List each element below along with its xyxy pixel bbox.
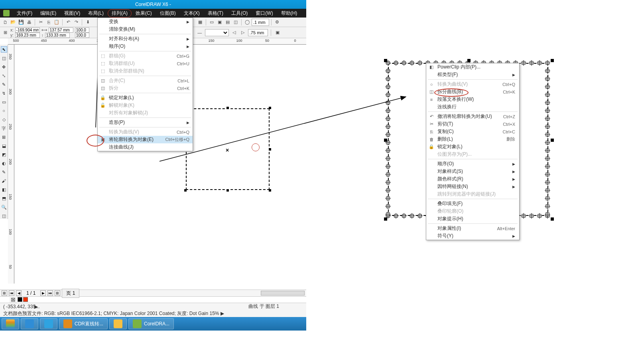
line-style-select[interactable] (205, 29, 229, 36)
node-marker-icon[interactable] (545, 60, 550, 66)
handle-br[interactable] (269, 189, 271, 192)
task-doc1[interactable]: CDR直线转... (59, 318, 108, 329)
node-marker-icon[interactable] (417, 213, 423, 219)
cut-icon[interactable]: ✂ (37, 19, 44, 26)
selection-handle[interactable] (551, 59, 554, 62)
menu-bitmap[interactable]: 位图(B) (156, 9, 180, 18)
node-marker-icon[interactable] (385, 116, 391, 121)
context-item[interactable]: ↶撤消将轮廓转换为对象(U)Ctrl+Z (426, 113, 519, 120)
arrange-item[interactable]: 顺序(O)▶ (98, 43, 193, 50)
snap-icon[interactable]: ▦ (197, 19, 204, 26)
add-page-icon[interactable]: ⊞ (2, 290, 7, 296)
x-input[interactable] (15, 27, 40, 33)
task-start[interactable] (2, 318, 19, 329)
copy-icon[interactable]: ⎘ (45, 19, 52, 26)
node-marker-icon[interactable] (417, 60, 423, 66)
handle-mr[interactable] (269, 148, 271, 151)
node-marker-icon[interactable] (545, 84, 550, 90)
menu-edit[interactable]: 编辑(E) (36, 9, 60, 18)
tool-0[interactable]: ⬉ (1, 46, 7, 53)
node-marker-icon[interactable] (537, 60, 542, 66)
arrange-item[interactable]: ▣将轮廓转换为对象(E)Ctrl+位移+Q (98, 136, 193, 143)
context-item[interactable]: 对象属性(I)Alt+Enter (426, 225, 519, 232)
w-input[interactable] (49, 27, 73, 33)
node-marker-icon[interactable] (401, 213, 407, 219)
tool-9[interactable]: 字 (1, 125, 7, 131)
options-icon[interactable]: ⚙ (274, 19, 281, 26)
node-marker-icon[interactable] (385, 124, 391, 129)
new-icon[interactable]: 🗋 (2, 19, 9, 26)
menu-tools[interactable]: 工具(O) (227, 9, 252, 18)
node-marker-icon[interactable] (545, 188, 550, 193)
tool-14[interactable]: ✎ (1, 169, 7, 175)
task-folder[interactable] (109, 318, 127, 329)
menu-effects[interactable]: 效果(C) (132, 9, 156, 18)
context-item[interactable]: 框类型(F)▶ (426, 71, 519, 78)
selection-handle[interactable] (551, 217, 554, 221)
node-marker-icon[interactable] (545, 204, 550, 209)
undo-icon[interactable]: ↶ (65, 19, 72, 26)
group-icon[interactable]: ▣ (216, 19, 223, 26)
tool-12[interactable]: ◩ (1, 151, 7, 158)
tool-6[interactable]: ▭ (1, 99, 7, 105)
scrollbar-h[interactable] (261, 291, 305, 296)
outline-icon[interactable]: ◯ (244, 19, 251, 26)
node-marker-icon[interactable] (545, 140, 550, 145)
node-marker-icon[interactable] (537, 213, 542, 219)
arrange-item[interactable]: 造形(P)▶ (98, 119, 193, 126)
node-marker-icon[interactable] (545, 156, 550, 161)
redo-icon[interactable]: ↷ (73, 19, 80, 26)
node-marker-icon[interactable] (409, 213, 415, 219)
node-marker-icon[interactable] (385, 76, 391, 82)
node-marker-icon[interactable] (385, 188, 391, 193)
combine-icon[interactable]: ◫ (232, 19, 239, 26)
open-icon[interactable]: 📂 (10, 19, 17, 26)
tool-5[interactable]: ↯ (1, 90, 7, 96)
context-item[interactable]: 对象提示(H) (426, 215, 519, 223)
context-item[interactable]: ✂剪切(T)Ctrl+X (426, 120, 519, 128)
last-page-icon[interactable]: ⏭ (47, 290, 53, 296)
node-marker-icon[interactable] (401, 60, 407, 66)
node-marker-icon[interactable] (545, 92, 550, 98)
menu-window[interactable]: 窗口(W) (252, 9, 277, 18)
tool-1[interactable]: ◫ (1, 55, 7, 61)
node-marker-icon[interactable] (545, 132, 550, 137)
node-marker-icon[interactable] (545, 124, 550, 129)
context-item[interactable]: ⎘复制(C)Ctrl+C (426, 128, 519, 135)
node-marker-icon[interactable] (385, 100, 391, 106)
tool-19[interactable]: ◫ (1, 213, 7, 219)
save-icon[interactable]: 💾 (18, 19, 25, 26)
start-arrow-icon[interactable]: ◁ (230, 29, 238, 36)
node-marker-icon[interactable] (385, 84, 391, 90)
context-item[interactable]: ◧PowerClip 内部(P)... (426, 63, 519, 71)
context-item[interactable]: 符号(Y)▶ (426, 232, 519, 240)
menu-view[interactable]: 视图(V) (60, 9, 84, 18)
context-item[interactable]: ≡段落文本换行(W) (426, 96, 519, 103)
node-marker-icon[interactable] (409, 60, 415, 66)
node-marker-icon[interactable] (385, 108, 391, 114)
node-marker-icon[interactable] (385, 196, 391, 201)
first-page-icon[interactable]: ⏮ (9, 290, 14, 296)
node-marker-icon[interactable] (545, 76, 550, 82)
selection-handle[interactable] (384, 59, 387, 62)
context-item[interactable]: 🗑删除(L)删除 (426, 135, 519, 143)
line-style-icon[interactable]: — (196, 29, 203, 36)
node-marker-icon[interactable] (385, 148, 391, 153)
next-page-icon[interactable]: ▶ (40, 290, 46, 296)
node-marker-icon[interactable] (545, 172, 550, 177)
paste-icon[interactable]: 📋 (53, 19, 60, 26)
menu-layout[interactable]: 布局(L) (84, 9, 108, 18)
handle-bl[interactable] (184, 189, 187, 192)
swatch-black[interactable] (18, 297, 22, 302)
context-item[interactable]: ◫拆分曲线(B)Ctrl+K (426, 88, 519, 96)
selection-handle[interactable] (384, 217, 387, 221)
wrap-icon[interactable]: ▣ (274, 29, 281, 36)
end-arrow-icon[interactable]: ▷ (239, 29, 246, 36)
context-item[interactable]: 连线换行 (426, 103, 519, 111)
arrange-item[interactable]: 清除变换(M) (98, 25, 193, 33)
tool-13[interactable]: ◐ (1, 160, 7, 166)
outline-width-input[interactable] (252, 19, 269, 26)
node-marker-icon[interactable] (545, 100, 550, 106)
node-marker-icon[interactable] (545, 116, 550, 121)
node-marker-icon[interactable] (393, 60, 399, 66)
